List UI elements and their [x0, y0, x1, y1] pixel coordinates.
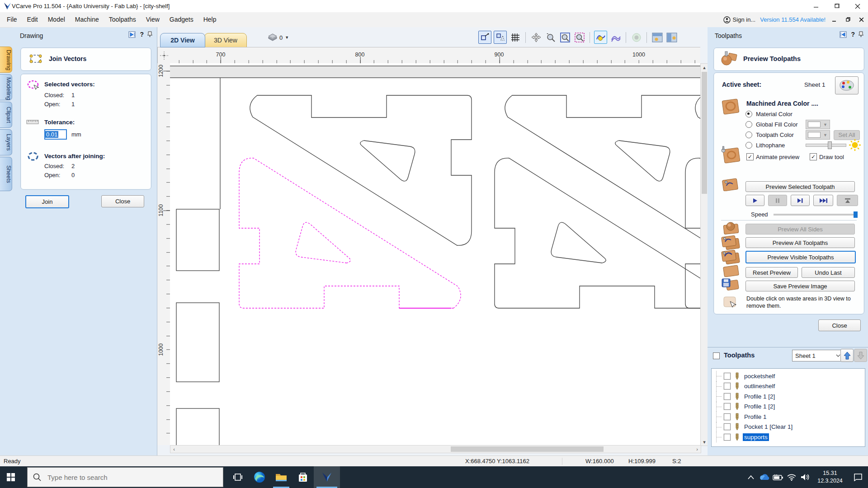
window-maximize-button[interactable] — [826, 0, 847, 12]
pin-icon[interactable] — [859, 31, 863, 38]
menu-item-model[interactable]: Model — [43, 12, 70, 27]
start-button[interactable] — [0, 466, 22, 488]
preview-3d-icon[interactable] — [630, 31, 642, 43]
play-button[interactable] — [745, 195, 764, 206]
color-dropdown[interactable]: ▼ — [806, 120, 830, 129]
part-hole-top-left[interactable] — [360, 141, 415, 181]
toolpath-visibility-checkbox[interactable] — [724, 403, 731, 410]
radio-lithophane[interactable] — [745, 142, 752, 149]
taskbar-search[interactable] — [27, 467, 223, 487]
sheet-select[interactable]: Sheet 1 — [792, 350, 844, 361]
skip-button[interactable] — [813, 195, 833, 206]
color-dropdown[interactable]: ▼ — [806, 130, 830, 140]
toolpath-name[interactable]: Pocket 1 [Clear 1] — [743, 423, 794, 431]
part-hole-top-right[interactable] — [615, 141, 670, 181]
move-toolpath-up-button[interactable] — [840, 349, 854, 362]
horizontal-scroll-thumb[interactable] — [451, 446, 604, 452]
horizontal-scrollbar[interactable]: ‹ › — [170, 445, 701, 453]
action-center-icon[interactable] — [848, 466, 868, 488]
task-view-button[interactable] — [227, 466, 249, 488]
side-tab-sheets[interactable]: Sheets — [0, 157, 12, 191]
version-update-link[interactable]: Version 11.554 Available! — [760, 16, 826, 23]
snap-geometry-icon[interactable] — [494, 31, 507, 44]
set-all-button[interactable]: Set All — [834, 130, 860, 140]
step-button[interactable] — [791, 195, 810, 206]
sheet-color-palette-button[interactable] — [835, 76, 859, 94]
zoom-drawing-icon[interactable] — [559, 31, 571, 43]
layer-selector[interactable]: 0 ▼ — [268, 33, 289, 42]
toolpath-item[interactable]: Pocket 1 [Clear 1] — [712, 422, 865, 432]
side-tab-modeling[interactable]: Modeling — [0, 74, 12, 100]
help-icon[interactable]: ? — [851, 31, 855, 38]
taskbar-clock[interactable]: 15.31 12.3.2024 — [812, 469, 848, 485]
side-tab-drawing[interactable]: Drawing — [0, 47, 12, 73]
radio-global-fill-color[interactable] — [745, 121, 752, 128]
toolpath-visibility-checkbox[interactable] — [724, 383, 731, 389]
volume-icon[interactable] — [798, 466, 812, 488]
vcarve-taskbar-icon[interactable] — [314, 466, 340, 488]
snap-grid-icon[interactable] — [509, 31, 521, 43]
toolpath-visibility-checkbox[interactable] — [724, 434, 731, 441]
toolpath-item[interactable]: pocketshelf — [712, 371, 865, 381]
part-outline-top-left[interactable] — [250, 95, 472, 245]
toolpath-name[interactable]: Profile 1 — [743, 413, 768, 421]
undo-last-button[interactable]: Undo Last — [802, 267, 855, 278]
menu-item-machine[interactable]: Machine — [70, 12, 104, 27]
preview-selected-toolpath-button[interactable]: Preview Selected Toolpath — [745, 181, 855, 192]
side-tab-layers[interactable]: Layers — [0, 129, 12, 155]
toolpath-item[interactable]: Profile 1 [2] — [712, 402, 865, 412]
onedrive-icon[interactable] — [758, 466, 771, 488]
toolpath-visibility-checkbox[interactable] — [724, 373, 731, 380]
window-close-button[interactable] — [847, 0, 868, 12]
scroll-down-arrow[interactable]: ▾ — [701, 438, 708, 446]
part-hole-bottom-right[interactable] — [551, 222, 606, 263]
tab-2d-view[interactable]: 2D View — [160, 33, 205, 47]
toolpath-name[interactable]: outlineshelf — [743, 382, 776, 390]
part-outline-bottom-right[interactable] — [495, 158, 700, 308]
sign-in-button[interactable]: Sign in... — [723, 16, 756, 23]
menu-item-help[interactable]: Help — [198, 12, 222, 27]
zoom-box-icon[interactable] — [544, 31, 557, 43]
radio-toolpath-color[interactable] — [745, 131, 752, 138]
reset-preview-button[interactable]: Reset Preview — [745, 267, 798, 278]
part-rect-left-2[interactable] — [176, 303, 219, 382]
auto-hide-panel-icon[interactable] — [128, 31, 136, 38]
join-button[interactable]: Join — [25, 195, 69, 208]
pin-icon[interactable] — [147, 31, 152, 38]
scroll-up-arrow[interactable]: ▴ — [701, 64, 708, 71]
save-preview-image-button[interactable]: Save Preview Image — [745, 281, 855, 291]
selected-part-outline[interactable] — [239, 158, 461, 308]
file-explorer-icon[interactable] — [270, 466, 292, 488]
toolpath-visibility-checkbox[interactable] — [724, 393, 731, 400]
toolpaths-master-checkbox[interactable] — [713, 352, 720, 359]
toggle-toolpath-drawing-icon[interactable] — [609, 31, 622, 43]
toolpath-item[interactable]: supports — [712, 432, 865, 442]
snap-objects-icon[interactable] — [478, 31, 491, 44]
tray-expand-icon[interactable] — [744, 466, 758, 488]
toolpath-name[interactable]: Profile 1 [2] — [743, 393, 776, 400]
menu-item-view[interactable]: View — [141, 12, 165, 27]
speed-slider-handle[interactable] — [854, 211, 858, 218]
lithophane-slider-handle[interactable] — [828, 141, 832, 149]
panel-close-button[interactable]: Close — [818, 319, 861, 331]
part-outline-clipped-far-top[interactable] — [695, 95, 700, 245]
pan-icon[interactable] — [530, 31, 542, 43]
menu-item-toolpaths[interactable]: Toolpaths — [104, 12, 141, 27]
toolpath-name[interactable]: pocketshelf — [743, 372, 776, 380]
side-tab-clipart[interactable]: Clipart — [0, 102, 12, 128]
speed-slider[interactable] — [774, 214, 858, 216]
toolpath-visibility-checkbox[interactable] — [724, 413, 731, 420]
scroll-right-arrow[interactable]: › — [693, 446, 701, 453]
mdi-minimize-button[interactable] — [830, 15, 839, 24]
toolpath-item[interactable]: outlineshelf — [712, 381, 865, 392]
drawing-canvas[interactable] — [170, 63, 700, 445]
toolpath-name[interactable]: supports — [743, 433, 769, 441]
preview-all-toolpaths-button[interactable]: Preview All Toolpaths — [745, 237, 855, 248]
part-rect-left-3[interactable] — [176, 408, 219, 445]
tab-3d-view[interactable]: 3D View — [204, 33, 247, 47]
wifi-icon[interactable] — [785, 466, 798, 488]
edge-icon[interactable] — [249, 466, 270, 488]
part-rect-left-1[interactable] — [176, 209, 219, 271]
move-toolpath-down-button[interactable] — [854, 349, 867, 362]
window-layout-2-icon[interactable] — [665, 31, 678, 43]
